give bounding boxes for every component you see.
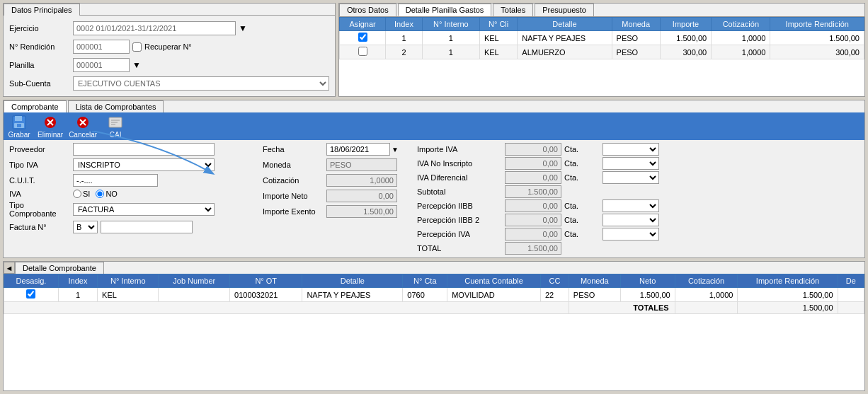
row1-cli: KEL [479,31,517,45]
iva-si-radio[interactable] [73,190,81,198]
col-index: Index [58,274,97,288]
iva-no-label[interactable]: NO [96,190,118,198]
cancelar-button[interactable]: Cancelar [69,114,97,139]
moneda-input [326,158,397,171]
col-job-number: Job Number [159,274,230,288]
datos-principales-tab[interactable]: Datos Principales [4,4,80,16]
d-neto: 1.500,00 [620,288,675,302]
row2-asignar[interactable] [340,45,386,59]
asignar-checkbox-1[interactable] [358,33,367,42]
col-n-interno: N° Interno [98,274,159,288]
col-cc: CC [541,274,569,288]
eliminar-button[interactable]: Eliminar [38,114,63,139]
rendicion-input[interactable] [73,40,130,54]
row2-importe-rend: 300,00 [770,45,864,59]
row2-moneda: PESO [612,45,660,59]
d-job [159,288,230,302]
total-input [505,242,561,255]
cta2-label: Cta. [564,159,600,168]
tab-lista-comprobantes[interactable]: Lista de Comprobantes [68,100,164,112]
fecha-row: ▼ [326,143,411,156]
ejercicio-input[interactable] [73,21,236,35]
planilla-input[interactable] [73,58,130,72]
tab-comprobante[interactable]: Comprobante [4,100,67,112]
grabar-button[interactable]: Grabar [6,114,32,139]
tipo-iva-label: Tipo IVA [9,161,73,169]
factura-letra-select[interactable]: B [73,221,98,233]
totales-row: TOTALES 1.500,00 [4,302,864,314]
importe-exento-input [326,205,397,218]
row1-cotizacion: 1,0000 [712,31,770,45]
tab-otros-datos[interactable]: Otros Datos [339,4,396,16]
col-n-cta: N° Cta [403,274,447,288]
eliminar-icon [42,114,59,131]
iva-no-insc-label: IVA No Inscripto [417,159,502,168]
proveedor-label: Proveedor [9,145,73,153]
fecha-label: Fecha [263,145,326,153]
totales-importe: 1.500,00 [738,302,838,314]
tab-totales[interactable]: Totales [493,4,533,16]
col-n-ot: N° OT [230,274,302,288]
row1-interno: 1 [422,31,479,45]
row1-index: 1 [386,31,423,45]
cta6-select[interactable] [603,228,659,241]
desasig-checkbox[interactable] [26,289,35,299]
fecha-dropdown-icon[interactable]: ▼ [392,146,399,153]
totales-label: TOTALES [569,302,675,314]
iva-si-label[interactable]: SI [73,190,90,198]
eliminar-label: Eliminar [38,131,63,139]
row1-detalle: NAFTA Y PEAJES [518,31,612,45]
planilla-label: Planilla [9,61,73,69]
table-row: 1 1 KEL NAFTA Y PEAJES PESO 1.500,00 1,0… [340,31,864,45]
tab-content-planilla: Asignar Index N° Interno N° Cli Detalle … [339,17,864,96]
importe-iva-label: Importe IVA [417,145,502,153]
save-icon [11,114,28,131]
tab-detalle-planilla[interactable]: Detalle Planilla Gastos [398,4,492,16]
cta3-select[interactable] [603,171,659,184]
cta6-label: Cta. [564,230,600,238]
planilla-dropdown-icon[interactable]: ▼ [132,60,141,70]
iva-label: IVA [9,190,73,198]
scroll-left-arrow[interactable]: ◄ [4,262,15,274]
cta5-select[interactable] [603,214,659,226]
cancelar-label: Cancelar [69,131,97,139]
col-importe-rend: Importe Rendición [770,18,864,31]
col-importe-rend: Importe Rendición [738,274,838,288]
fecha-input[interactable] [326,143,390,156]
percepcion-iibb2-label: Percepción IIBB 2 [417,216,502,224]
tab-presupuesto[interactable]: Presupuesto [535,4,594,16]
row1-asignar[interactable] [340,31,386,45]
cta4-select[interactable] [603,199,659,212]
row2-index: 2 [386,45,423,59]
cta2-select[interactable] [603,157,659,170]
col-asignar: Asignar [340,18,386,31]
d-desasig[interactable] [4,288,59,302]
cai-button[interactable]: CAI [103,114,128,139]
cai-label: CAI [110,131,122,139]
tipo-comprobante-select[interactable]: FACTURA [73,203,215,216]
iva-no-text: NO [105,190,118,198]
proveedor-input[interactable] [73,143,215,156]
cta1-select[interactable] [603,143,659,156]
d-cc: 22 [541,288,569,302]
subcuenta-select[interactable]: EJECUTIVO CUENTAS [73,76,329,91]
iva-no-radio[interactable] [96,190,104,198]
asignar-checkbox-2[interactable] [358,47,367,56]
cta5-label: Cta. [564,216,600,224]
iva-radio-group: SI NO [73,190,257,198]
factura-numero-input[interactable] [101,221,193,233]
col-desasig: Desasig. [4,274,59,288]
d-cuenta-contable: MOVILIDAD [447,288,541,302]
planilla-table: Asignar Index N° Interno N° Cli Detalle … [339,17,864,59]
subtotal-label: Subtotal [417,187,502,196]
tipo-iva-select[interactable]: INSCRIPTO [73,158,215,171]
factura-n-label: Factura N° [9,223,73,231]
detalle-comprobante-tab[interactable]: Detalle Comprobante [15,262,104,274]
recuperar-checkbox[interactable] [132,42,142,52]
cuit-input[interactable] [73,174,158,187]
d-interno: KEL [98,288,159,302]
recuperar-label: Recuperar N° [144,42,192,51]
svg-rect-1 [15,116,22,121]
ejercicio-dropdown-icon[interactable]: ▼ [239,23,247,33]
tipo-comprobante-label: Tipo Comprobante [9,201,73,218]
